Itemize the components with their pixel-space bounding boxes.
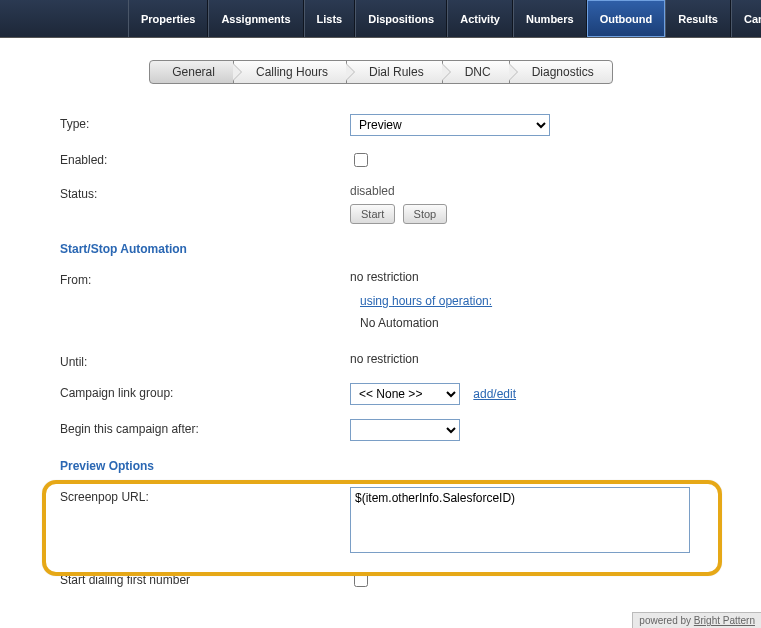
- enabled-label: Enabled:: [60, 150, 350, 167]
- from-label: From:: [60, 270, 350, 287]
- enabled-checkbox[interactable]: [354, 153, 368, 167]
- tab-assignments[interactable]: Assignments: [208, 0, 303, 37]
- tab-outbound[interactable]: Outbound: [587, 0, 666, 37]
- subtab-calling-hours[interactable]: Calling Hours: [233, 60, 347, 84]
- footer: powered by Bright Pattern: [632, 612, 761, 628]
- automation-header: Start/Stop Automation: [60, 242, 721, 256]
- no-automation-text: No Automation: [360, 316, 439, 330]
- from-value: no restriction: [350, 270, 419, 284]
- form-area: Type: Preview Enabled: Status: disabled …: [0, 114, 761, 590]
- startdial-label: Start dialing first number: [60, 570, 350, 587]
- stop-button[interactable]: Stop: [403, 204, 448, 224]
- begin-label: Begin this campaign after:: [60, 419, 350, 436]
- type-select[interactable]: Preview: [350, 114, 550, 136]
- preview-header: Preview Options: [60, 459, 721, 473]
- tab-canned[interactable]: Canned: [731, 0, 761, 37]
- startdial-checkbox[interactable]: [354, 573, 368, 587]
- status-value: disabled: [350, 184, 721, 198]
- tab-activity[interactable]: Activity: [447, 0, 513, 37]
- main-tabs: Properties Assignments Lists Disposition…: [0, 0, 761, 38]
- tab-results[interactable]: Results: [665, 0, 731, 37]
- hours-link[interactable]: using hours of operation:: [360, 294, 492, 308]
- screenpop-url-input[interactable]: [350, 487, 690, 553]
- sub-tabs: General Calling Hours Dial Rules DNC Dia…: [0, 60, 761, 84]
- type-label: Type:: [60, 114, 350, 131]
- begin-select[interactable]: [350, 419, 460, 441]
- tab-numbers[interactable]: Numbers: [513, 0, 587, 37]
- tab-lists[interactable]: Lists: [304, 0, 356, 37]
- until-value: no restriction: [350, 352, 419, 366]
- subtab-dnc[interactable]: DNC: [442, 60, 510, 84]
- tab-properties[interactable]: Properties: [128, 0, 208, 37]
- subtab-diagnostics[interactable]: Diagnostics: [509, 60, 613, 84]
- addedit-link[interactable]: add/edit: [473, 387, 516, 401]
- status-label: Status:: [60, 184, 350, 201]
- linkgroup-select[interactable]: << None >>: [350, 383, 460, 405]
- footer-brand-link[interactable]: Bright Pattern: [694, 615, 755, 626]
- footer-text: powered by: [639, 615, 693, 626]
- subtab-dial-rules[interactable]: Dial Rules: [346, 60, 443, 84]
- tab-dispositions[interactable]: Dispositions: [355, 0, 447, 37]
- start-button[interactable]: Start: [350, 204, 395, 224]
- linkgroup-label: Campaign link group:: [60, 383, 350, 400]
- screenpop-label: Screenpop URL:: [60, 487, 350, 504]
- subtab-general[interactable]: General: [149, 60, 234, 84]
- until-label: Until:: [60, 352, 350, 369]
